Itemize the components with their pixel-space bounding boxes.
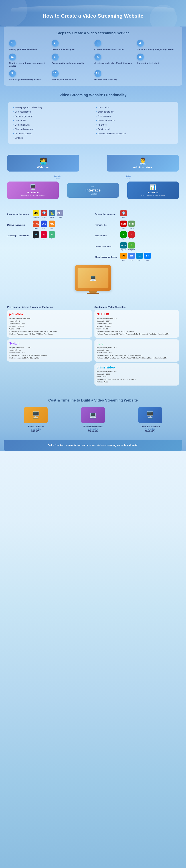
mongo-icon-wrapper: 🍃 MongoDB	[128, 242, 135, 250]
func-item-6: Chat and comments	[13, 127, 90, 131]
step-label-10: Test, deploy, and launch	[52, 79, 76, 81]
php-icon: PHP	[57, 210, 63, 216]
interface-title: Interface	[70, 188, 116, 192]
interface-card: Data → Interface ← Content	[67, 183, 119, 198]
frontend-card: 🖥️ Front-End (User Interface, Caching, M…	[7, 182, 59, 199]
db-icons: MySQL MySQL 🍃 MongoDB	[120, 242, 135, 250]
do-icon-wrapper: DO DO	[144, 253, 151, 261]
ruby-icon-wrapper: 💎 Ruby	[41, 210, 48, 218]
angular-icon: A	[41, 231, 47, 238]
admin-icon: 👨‍💼	[110, 157, 176, 165]
frontend-icon: 🖥️	[10, 184, 56, 190]
prime-stats: Unique monthly visits – 236 Close rank –…	[97, 370, 177, 383]
nginx-icon-wrapper: N Nginx	[120, 231, 127, 240]
step-circle-11: 11.	[94, 70, 101, 77]
ondemand-col: On-demand Video Websites NETFLIX Unique …	[94, 306, 179, 388]
step-label-2: Create a business plan	[52, 48, 74, 51]
web-user-icon: 🧑‍💻	[10, 157, 76, 165]
hulu-card: hulu Unique monthly visits – 272 Close r…	[94, 339, 179, 362]
cost-section: Cost & Timeline to Build a Video Streami…	[4, 395, 182, 436]
step-circle-8: 8.	[137, 54, 144, 60]
step-label-6: Decide on the main functionality	[52, 62, 84, 65]
step-item-5: 5. Find the best software development ve…	[9, 54, 49, 67]
func-item-13: Analytics	[96, 123, 173, 127]
prime-card: prime video Unique monthly visits – 236 …	[94, 363, 179, 385]
step-circle-7: 7.	[94, 54, 101, 60]
react-icon-wrapper: ⚛ React	[33, 231, 39, 240]
frontend-title: Front-End	[10, 191, 56, 194]
db-servers-label: Database servers:	[95, 245, 120, 247]
complex-time: 9+ months	[146, 428, 155, 430]
monitor-screen: 💻	[78, 268, 108, 288]
step-label-3: Choose a monetization model	[94, 48, 124, 51]
tech-markup-row: Markup languages: HTML HTML CSS CSS XML	[7, 221, 91, 229]
step-label-8: Choose the tech stack	[137, 62, 159, 65]
func-item-5: Content search	[13, 123, 90, 127]
func-item-8: Settings	[13, 136, 90, 140]
ruby-icon: 💎	[41, 210, 48, 216]
tech-db-row: Database servers: MySQL MySQL 🍃 MongoDB	[95, 242, 179, 250]
backend-card: 📊 Back-End (Data processing, Data storag…	[127, 182, 179, 199]
rails-icon-wrapper: Rails Rails	[120, 221, 127, 229]
ondemand-title: On-demand Video Websites	[94, 306, 179, 308]
twitch-logo: Twitch	[9, 342, 90, 345]
step-label-9: Promote your streaming website	[9, 79, 41, 81]
page-title: How to Create a Video Streaming Website	[11, 13, 175, 19]
azure-icon: Az	[136, 253, 143, 259]
step-item-8: 8. Choose the tech stack	[137, 54, 177, 67]
php-icon-wrapper: PHP PHP	[57, 210, 63, 218]
frameworks-icons: Rails Rails Node Node.js	[120, 221, 135, 229]
web-user-card: 🧑‍💻 Web User	[7, 155, 79, 172]
tech-left-col: Programing languages: JS JavaScript 💎 Ru…	[7, 210, 91, 242]
func-right-col: Localization Screenshots ban Geo-blockin…	[96, 105, 173, 140]
azure-icon-wrapper: Az Azure	[136, 253, 143, 261]
cta-text: Get a free tech consultation and custom …	[7, 443, 179, 447]
step-item-2: 2. Create a business plan	[52, 40, 92, 51]
prog-lang-icons: JS JavaScript 💎 Ruby 🐍 Python PHP	[33, 210, 63, 218]
prime-logo: prime video	[97, 366, 177, 369]
netflix-card: NETFLIX Unique monthly visits – 1200 Clo…	[94, 310, 179, 338]
mid-time: 6-9 months	[88, 428, 98, 430]
prog-lang-label: Programing languages:	[7, 213, 33, 215]
arch-section: 🧑‍💻 Web User 👨‍💼 Administrators Content …	[4, 151, 182, 205]
step-label-11: Plan for further scaling	[94, 79, 117, 81]
python-icon: 🐍	[49, 210, 55, 216]
react-icon: ⚛	[33, 231, 39, 238]
rails-icon: Rails	[120, 221, 127, 227]
func-item-11: Geo-blocking	[96, 114, 173, 118]
func-item-15: Content and chats moderation	[96, 131, 173, 136]
page-wrapper: How to Create a Video Streaming Website …	[0, 0, 186, 451]
arrow-content-right: Content ↕	[125, 177, 132, 179]
mid-illustration: 💻	[81, 407, 105, 423]
twitch-stats: Unique monthly visits – 1200 Close rank …	[9, 346, 90, 360]
step-item-11: 11. Plan for further scaling	[94, 70, 134, 81]
complex-cost-card: 🖥️ Complex website 9+ months $240,000+	[126, 407, 174, 433]
xml-icon-wrapper: XML XML	[49, 221, 55, 229]
markup-icons: HTML HTML CSS CSS XML XML	[33, 221, 55, 229]
content-label: ← Content	[70, 193, 116, 195]
live-streaming-col: Pre-recorder & Live Streaming Platforms …	[7, 306, 92, 388]
hulu-stats: Unique monthly visits – 272 Close rank –…	[97, 346, 177, 360]
nginx-icon: N	[120, 231, 127, 238]
arrow-content-left: Content ↕	[54, 175, 61, 177]
web-servers-label: Web servers:	[95, 235, 120, 237]
tech-prog-row: Programing languages: JS JavaScript 💎 Ru…	[7, 210, 91, 218]
func-item-7: Push notifications	[13, 131, 90, 136]
steps-grid: 1. Identify your USP and niche 2. Create…	[9, 40, 177, 81]
css-icon-wrapper: CSS CSS	[41, 221, 47, 229]
step-item-4: 4. Content licensing & legal registratio…	[137, 40, 177, 51]
complex-illustration: 🖥️	[138, 407, 162, 423]
node-icon-wrapper: Node Node.js	[128, 221, 135, 229]
cta-section[interactable]: Get a free tech consultation and custom …	[4, 440, 182, 451]
step-circle-5: 5.	[9, 54, 16, 60]
cloud-label: Cloud server platforms:	[95, 256, 120, 258]
html-icon-wrapper: HTML HTML	[33, 221, 39, 229]
prog-lang2-label: Programing language:	[95, 213, 120, 215]
tech-cloud-row: Cloud server platforms: AWS AWS GCP GCP …	[95, 253, 179, 261]
functionality-title: Video Streaming Website Functionality	[8, 93, 178, 97]
step-circle-10: 10.	[52, 70, 59, 77]
mid-cost-card: 💻 Mid-sized website 6-9 months $100,000+	[69, 407, 117, 433]
xml-icon: XML	[49, 221, 55, 227]
func-item-12: Download feature	[96, 118, 173, 123]
tech-right-col: Programing language: 💎 Ruby Frameworks: …	[95, 210, 179, 264]
